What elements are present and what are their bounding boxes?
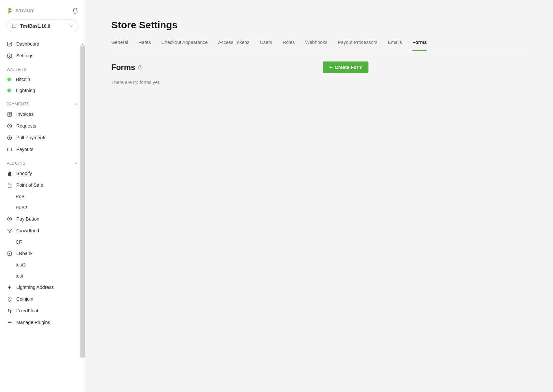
sidebar-item-label: Lightning Address (16, 285, 54, 290)
svg-point-12 (7, 217, 12, 221)
sidebar-item-label: Crowdfund (16, 228, 39, 233)
sidebar: BTCPAY TestBas1.10.0 Dashboard (0, 0, 85, 392)
sidebar-header: BTCPAY (0, 0, 85, 20)
sidebar-item-lnbank[interactable]: LNbank (3, 248, 82, 259)
store-name: TestBas1.10.0 (20, 23, 66, 29)
status-dot-icon (7, 89, 11, 92)
store-selector[interactable]: TestBas1.10.0 (7, 20, 78, 32)
empty-state-message: There are no forms yet. (111, 80, 527, 85)
sidebar-item-coinjoin[interactable]: Coinjoin (3, 293, 82, 305)
section-title: Forms (111, 63, 135, 72)
invoice-icon (7, 111, 12, 117)
settings-tabs: General Rates Checkout Appearance Access… (111, 40, 527, 51)
sidebar-item-label: Bitcoin (16, 77, 30, 82)
sidebar-item-bitcoin[interactable]: Bitcoin (3, 74, 82, 85)
plus-icon (329, 65, 333, 70)
sidebar-item-lightning-address[interactable]: Lightning Address (3, 281, 82, 293)
sidebar-item-label: Coinjoin (16, 296, 33, 302)
tab-emails[interactable]: Emails (388, 40, 402, 51)
svg-line-18 (10, 230, 10, 231)
tab-users[interactable]: Users (260, 40, 272, 51)
create-form-button[interactable]: Create Form (323, 61, 368, 73)
sidebar-item-label: Settings (16, 53, 33, 58)
sidebar-section-label: PLUGINS (7, 161, 25, 166)
tab-webhooks[interactable]: Webhooks (305, 40, 327, 51)
sidebar-item-crowdfund[interactable]: Crowdfund (3, 225, 82, 237)
sidebar-item-settings[interactable]: Settings (3, 50, 82, 61)
logo[interactable]: BTCPAY (7, 7, 34, 14)
sidebar-item-lnbank-test2[interactable]: test2 (3, 259, 82, 270)
info-icon[interactable] (138, 65, 143, 70)
sidebar-section-label: PAYMENTS (7, 102, 30, 106)
sidebar-item-label: CF (16, 239, 22, 245)
pull-payments-icon (7, 135, 12, 141)
sidebar-item-label: test (16, 273, 23, 278)
sidebar-item-label: Pay Button (16, 216, 39, 222)
svg-line-17 (9, 230, 9, 231)
sidebar-item-lightning[interactable]: Lightning (3, 85, 82, 96)
sidebar-item-label: Requests (16, 123, 36, 128)
sidebar-item-label: Point of Sale (16, 182, 43, 188)
sidebar-section-label: WALLETS (7, 67, 26, 72)
scrollbar-thumb[interactable] (80, 46, 85, 358)
sidebar-item-label: LNbank (16, 251, 33, 256)
svg-rect-9 (7, 148, 12, 151)
sidebar-item-label: Shopify (16, 171, 32, 176)
sidebar-item-label: Dashboard (16, 41, 39, 47)
sidebar-item-pos-sub2[interactable]: PoS2 (3, 202, 82, 213)
sidebar-item-requests[interactable]: Requests (3, 120, 82, 132)
tab-roles[interactable]: Roles (283, 40, 295, 51)
sidebar-item-invoices[interactable]: Invoices (3, 108, 82, 120)
tab-general[interactable]: General (111, 40, 128, 51)
svg-point-13 (9, 218, 10, 220)
chevron-up-icon (74, 102, 78, 106)
sidebar-nav: Dashboard Settings WALLETS Bitcoin Light… (0, 38, 85, 335)
sidebar-item-lnbank-test[interactable]: test (3, 270, 82, 281)
sidebar-item-payouts[interactable]: Payouts (3, 143, 82, 155)
svg-marker-20 (9, 252, 10, 254)
lightning-icon (7, 284, 12, 290)
button-label: Create Form (335, 65, 363, 70)
section-title-wrap: Forms (111, 63, 143, 72)
pos-icon (7, 182, 12, 188)
tab-checkout-appearance[interactable]: Checkout Appearance (161, 40, 208, 51)
chevron-up-icon (74, 161, 78, 166)
sidebar-item-dashboard[interactable]: Dashboard (3, 38, 82, 50)
tab-access-tokens[interactable]: Access Tokens (218, 40, 249, 51)
sidebar-item-label: PoS2 (16, 205, 27, 210)
tab-payout-processors[interactable]: Payout Processors (338, 40, 378, 51)
notifications-button[interactable] (72, 7, 78, 14)
sidebar-item-label: FixedFloat (16, 308, 38, 313)
coinjoin-icon (7, 296, 12, 302)
manage-icon (7, 319, 12, 325)
shopify-icon (7, 170, 12, 176)
sidebar-section-plugins[interactable]: PLUGINS (3, 155, 82, 168)
svg-point-22 (9, 298, 10, 299)
payouts-icon (7, 146, 12, 152)
sidebar-item-pay-button[interactable]: Pay Button (3, 213, 82, 225)
page-title: Store Settings (111, 20, 527, 31)
sidebar-item-label: Lightning (16, 88, 35, 93)
tab-rates[interactable]: Rates (139, 40, 151, 51)
lnbank-icon (7, 250, 12, 256)
sidebar-item-label: Manage Plugins (16, 320, 50, 325)
sidebar-item-shopify[interactable]: Shopify (3, 168, 82, 179)
sidebar-item-cf-sub[interactable]: CF (3, 237, 82, 248)
sidebar-item-label: Invoices (16, 112, 34, 117)
sidebar-item-pull-payments[interactable]: Pull Payments (3, 132, 82, 143)
chevron-down-icon (69, 24, 74, 28)
sidebar-section-payments[interactable]: PAYMENTS (3, 96, 82, 108)
sidebar-item-pos-sub1[interactable]: PoS (3, 191, 82, 202)
svg-marker-21 (8, 285, 11, 290)
sidebar-item-fixedfloat[interactable]: FixedFloat (3, 305, 82, 317)
sidebar-item-label: Pull Payments (16, 135, 47, 140)
tab-forms[interactable]: Forms (412, 40, 427, 51)
sidebar-section-wallets: WALLETS (3, 61, 82, 74)
logo-icon (7, 7, 14, 14)
bell-icon (72, 7, 78, 14)
section-header-row: Forms Create Form (111, 61, 368, 73)
svg-point-16 (9, 231, 10, 232)
sidebar-item-manage-plugins[interactable]: Manage Plugins (3, 317, 82, 328)
sidebar-item-point-of-sale[interactable]: Point of Sale (3, 179, 82, 191)
sidebar-scrollbar[interactable]: ▲ (80, 46, 85, 392)
